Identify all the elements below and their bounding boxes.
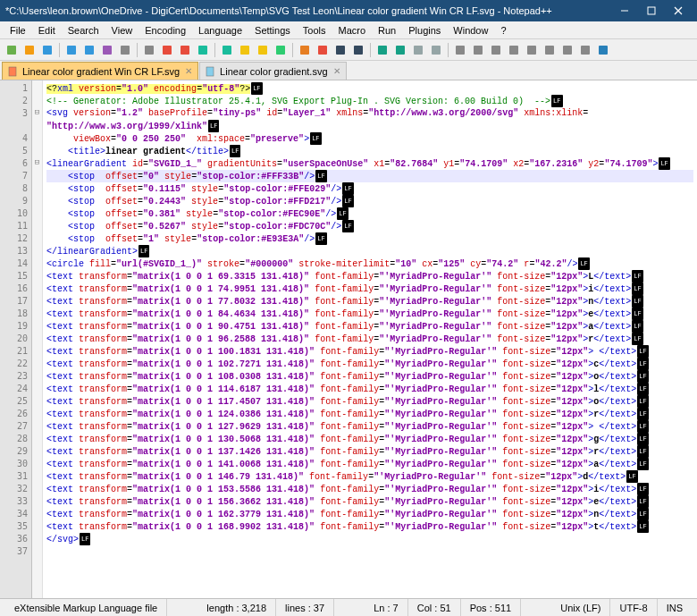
code-line[interactable]: <stop offset="0.2443" style="stop-color:… [46,195,693,207]
status-enc[interactable]: UTF-8 [610,599,657,616]
code-line[interactable]: <circle fill="url(#SVGID_1_)" stroke="#0… [46,257,693,270]
toolbar-button-23[interactable] [452,42,468,58]
code-line[interactable]: <text transform="matrix(1 0 0 1 168.9902… [46,520,693,533]
menu-window[interactable]: Window [447,23,494,38]
toolbar-button-16[interactable] [315,42,331,58]
toolbar-button-8[interactable] [159,42,175,58]
code-line[interactable]: <text transform="matrix(1 0 0 1 90.4751 … [46,320,693,333]
status-mode[interactable]: INS [658,599,692,616]
toolbar-button-18[interactable] [350,42,366,58]
fold-column[interactable]: ⊟⊟ [32,80,43,598]
svg-rect-37 [206,67,214,76]
toolbar-button-14[interactable] [273,42,289,58]
close-tab-icon[interactable]: ✕ [333,66,340,76]
tab-1[interactable]: Linear color gradient.svg✕ [199,62,346,80]
toolbar-button-25[interactable] [488,42,504,58]
code-line[interactable]: <text transform="matrix(1 0 0 1 77.8032 … [46,295,693,308]
code-line[interactable]: <text transform="matrix(1 0 0 1 130.5068… [46,433,693,445]
toolbar-button-9[interactable] [177,42,193,58]
toolbar-button-21[interactable] [410,42,426,58]
menu-view[interactable]: View [105,23,139,38]
toolbar-button-5[interactable] [99,42,115,58]
code-line[interactable]: <text transform="matrix(1 0 0 1 117.4507… [46,395,693,408]
editor[interactable]: 1234567891011121314151617181920212223242… [0,80,697,598]
status-eol[interactable]: Unix (LF) [551,599,610,616]
toolbar-button-22[interactable] [428,42,444,58]
toolbar-button-15[interactable] [297,42,313,58]
code-line[interactable]: <stop offset="0.1115" style="stop-color:… [46,182,693,195]
toolbar-button-17[interactable] [332,42,348,58]
toolbar-button-13[interactable] [255,42,271,58]
code-line[interactable]: <text transform="matrix(1 0 0 1 156.3662… [46,495,693,508]
code-line[interactable]: <linearGradient id="SVGID_1_" gradientUn… [46,157,693,170]
menu-macro[interactable]: Macro [332,23,372,38]
code-line[interactable]: <text transform="matrix(1 0 0 1 74.9951 … [46,283,693,295]
code-line[interactable]: <text transform="matrix(1 0 0 1 141.0068… [46,458,693,470]
code-line[interactable]: <text transform="matrix(1 0 0 1 137.1426… [46,445,693,458]
code-line[interactable]: <text transform="matrix(1 0 0 1 162.3779… [46,508,693,520]
toolbar-button-11[interactable] [219,42,235,58]
tab-0[interactable]: Linear color gradient Win CR LF.svg✕ [2,62,198,80]
code-line[interactable] [46,545,693,558]
code-line[interactable]: <text transform="matrix(1 0 0 1 146.79 1… [46,470,693,483]
code-line[interactable]: <text transform="matrix(1 0 0 1 153.5586… [46,483,693,495]
code-line[interactable]: <stop offset="0" style="stop-color:#FFF3… [46,170,693,182]
menu-file[interactable]: File [4,23,32,38]
code-line[interactable]: <title>linear gradient</title>LF [46,145,693,157]
menu-help[interactable]: ? [494,23,512,38]
toolbar-button-29[interactable] [559,42,575,58]
toolbar-button-6[interactable] [117,42,133,58]
code-line[interactable]: <text transform="matrix(1 0 0 1 84.4634 … [46,308,693,320]
code-line[interactable]: <stop offset="1" style="stop-color:#E93E… [46,232,693,245]
code-line[interactable]: <text transform="matrix(1 0 0 1 100.1831… [46,345,693,358]
code-line[interactable]: <?xml version="1.0" encoding="utf-8"?>LF [46,82,693,95]
toolbar-button-4[interactable] [81,42,97,58]
code-line[interactable]: viewBox="0 0 250 250" xml:space="preserv… [46,132,693,145]
code-line[interactable]: <!-- Generator: Adobe Illustrator 25.4.1… [46,95,693,107]
menu-settings[interactable]: Settings [248,23,297,38]
code-line[interactable]: <text transform="matrix(1 0 0 1 127.9629… [46,420,693,433]
code-area[interactable]: <?xml version="1.0" encoding="utf-8"?>LF… [43,80,697,598]
toolbar-button-27[interactable] [524,42,540,58]
menu-run[interactable]: Run [372,23,402,38]
code-line[interactable]: <text transform="matrix(1 0 0 1 69.3315 … [46,270,693,283]
toolbar-button-30[interactable] [577,42,593,58]
toolbar-button-31[interactable] [595,42,611,58]
toolbar-button-2[interactable] [39,42,55,58]
toolbar-button-20[interactable] [392,42,408,58]
toolbar-button-26[interactable] [506,42,522,58]
code-line[interactable]: <stop offset="0.381" style="stop-color:#… [46,207,693,220]
code-line[interactable]: <text transform="matrix(1 0 0 1 96.2588 … [46,333,693,345]
menu-search[interactable]: Search [62,23,105,38]
code-line[interactable]: </svg>LF [46,533,693,545]
menu-encoding[interactable]: Encoding [139,23,192,38]
close-button[interactable] [665,0,692,21]
code-line[interactable]: <stop offset="0.5267" style="stop-color:… [46,220,693,232]
code-line[interactable]: <svg version="1.2" baseProfile="tiny-ps"… [46,107,693,120]
menu-plugins[interactable]: Plugins [402,23,447,38]
toolbar-button-0[interactable] [4,42,20,58]
toolbar-button-1[interactable] [21,42,38,58]
code-line[interactable]: <text transform="matrix(1 0 0 1 102.7271… [46,358,693,370]
code-line[interactable]: "http://www.w3.org/1999/xlink"LF [46,120,693,132]
svg-rect-14 [198,46,207,55]
toolbar-button-19[interactable] [374,42,390,58]
menu-edit[interactable]: Edit [32,23,62,38]
toolbar-button-28[interactable] [542,42,558,58]
toolbar-button-24[interactable] [470,42,486,58]
svg-rect-8 [85,46,94,55]
maximize-button[interactable] [638,0,665,21]
svg-rect-35 [599,46,608,55]
toolbar-button-7[interactable] [141,42,157,58]
close-tab-icon[interactable]: ✕ [185,66,192,76]
minimize-button[interactable] [611,0,638,21]
menu-tools[interactable]: Tools [297,23,332,38]
toolbar-button-12[interactable] [237,42,253,58]
toolbar-button-10[interactable] [195,42,211,58]
code-line[interactable]: <text transform="matrix(1 0 0 1 108.0308… [46,370,693,383]
code-line[interactable]: <text transform="matrix(1 0 0 1 114.6187… [46,383,693,395]
code-line[interactable]: </linearGradient>LF [46,245,693,257]
menu-language[interactable]: Language [192,23,248,38]
code-line[interactable]: <text transform="matrix(1 0 0 1 124.0386… [46,408,693,420]
toolbar-button-3[interactable] [63,42,80,58]
